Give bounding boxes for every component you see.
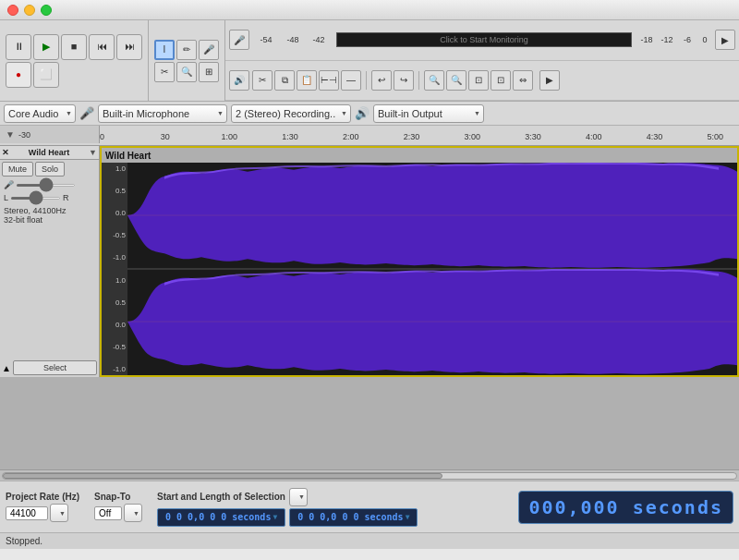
output-device-wrapper[interactable]: Built-in Output	[373, 104, 484, 123]
minimize-button[interactable]	[24, 5, 35, 16]
zoom-in-button[interactable]: 🔍	[424, 70, 444, 91]
track-info-line2: 32-bit float	[4, 215, 95, 225]
track-title-row: ✕ Wild Heart ▼	[2, 148, 97, 157]
record-button[interactable]: ●	[6, 62, 31, 88]
project-rate-value[interactable]: 44100	[6, 506, 48, 520]
zoom-toggle-button[interactable]: ⇔	[513, 70, 533, 91]
mic-tool-button[interactable]: 🎤	[199, 40, 219, 60]
play-speed-icon: ▶	[546, 75, 553, 85]
stop-button[interactable]: ■	[61, 34, 87, 60]
project-rate-section: Project Rate (Hz) 44100	[6, 492, 79, 522]
input-device-select[interactable]: Built-in Microphone	[98, 104, 227, 123]
output-device-select[interactable]: Built-in Output	[373, 104, 484, 123]
bottom-controls-row: Project Rate (Hz) 44100 Snap-To Off	[0, 481, 739, 532]
y-axis-labels: 1.0 0.5 0.0 -0.5 -1.0 1.0 0.5 0.0 -0.5 -…	[102, 163, 127, 375]
scissors-tool-button[interactable]: ✂	[154, 62, 175, 82]
silence-button[interactable]: —	[341, 70, 361, 91]
meter-scale-right: -18 -12 -6 0	[636, 35, 712, 44]
selection-length-display[interactable]: 0 0 0,0 0 0 seconds ▼	[289, 508, 418, 527]
channels-select[interactable]: 2 (Stereo) Recording...	[231, 104, 351, 123]
selection-start-display[interactable]: 0 0 0,0 0 0 seconds ▼	[157, 508, 285, 527]
trim-button[interactable]: ⊢⊣	[319, 70, 339, 91]
snap-to-label: Snap-To	[94, 492, 142, 502]
separator2	[418, 71, 419, 90]
expand-icon: ▶	[721, 35, 729, 45]
mic-icon: 🎤	[203, 44, 214, 55]
device-row: Core Audio 🎤 Built-in Microphone 2 (Ster…	[0, 102, 739, 126]
project-rate-dropdown[interactable]	[50, 504, 68, 522]
mute-button[interactable]: Mute	[2, 162, 33, 177]
select-button[interactable]: Select	[13, 360, 97, 375]
zoom-sel-button[interactable]: ⊡	[491, 70, 511, 91]
cut-button[interactable]: ✂	[252, 70, 273, 91]
time-display-value: 000,000 seconds	[528, 496, 723, 518]
zoom-icon: 🔍	[181, 67, 192, 77]
zoom-sel-icon: ⊡	[497, 75, 504, 85]
snap-to-select[interactable]	[124, 504, 142, 522]
copy-button[interactable]: ⧉	[274, 70, 295, 91]
ruler-marks-area[interactable]: 0301:001:302:002:303:003:304:004:305:00	[100, 126, 739, 143]
time-display-large: 000,000 seconds	[518, 491, 733, 524]
gain-slider-row: 🎤	[0, 178, 99, 191]
redo-button[interactable]: ↪	[394, 70, 414, 91]
audio-system-select[interactable]: Core Audio	[4, 104, 76, 123]
next-button[interactable]: ⏭	[116, 34, 142, 60]
undo-button[interactable]: ↩	[371, 70, 392, 91]
input-device-wrapper[interactable]: Built-in Microphone	[98, 104, 227, 123]
pause-button[interactable]: ⏸	[6, 34, 31, 60]
gain-slider[interactable]	[16, 184, 76, 187]
zoom-fit-button[interactable]: ⊡	[468, 70, 489, 91]
tools-row-2: ✂ 🔍 ⊞	[154, 62, 219, 82]
play-at-speed-button[interactable]: ▶	[539, 70, 560, 91]
waveform-title-bar: Wild Heart	[102, 148, 737, 163]
scrollbar-track[interactable]	[2, 472, 737, 480]
copy-icon: ⧉	[282, 75, 288, 86]
titlebar	[0, 0, 739, 20]
channels-wrapper[interactable]: 2 (Stereo) Recording...	[231, 104, 351, 123]
undo-icon: ↩	[378, 75, 385, 85]
zoom-tool-button[interactable]: 🔍	[176, 62, 197, 82]
right-expand-button[interactable]: ▶	[715, 30, 735, 50]
cursor-tool-button[interactable]: I	[154, 40, 175, 60]
track-menu-icon[interactable]: ▼	[89, 148, 97, 157]
traffic-lights[interactable]	[7, 5, 52, 16]
track-close-icon[interactable]: ✕	[2, 148, 9, 157]
pan-slider[interactable]	[10, 197, 61, 200]
zoom-out-button[interactable]: 🔍	[446, 70, 466, 91]
waveform-area[interactable]: Wild Heart 1.0 0.5 0.0 -0.5 -1.0 1.0 0.5…	[100, 146, 739, 377]
collapse-icon[interactable]: ▲	[2, 363, 11, 373]
bottom-toolbar: Project Rate (Hz) 44100 Snap-To Off	[0, 481, 739, 532]
tools-column: I ✏ 🎤 ✂ 🔍 ⊞	[149, 20, 225, 101]
pan-slider-row: L R	[0, 191, 99, 204]
click-to-monitor[interactable]: Click to Start Monitoring	[336, 32, 632, 47]
close-button[interactable]	[7, 5, 18, 16]
snap-to-dropdown[interactable]	[124, 504, 142, 522]
waveform-svg[interactable]	[127, 163, 737, 375]
pencil-tool-button[interactable]: ✏	[176, 40, 197, 60]
multi-tool-button[interactable]: ⊞	[199, 62, 219, 82]
play-button[interactable]: ▶	[33, 34, 59, 60]
speaker-meter-button[interactable]: 🔊	[229, 70, 249, 91]
meter-menu-button[interactable]: 🎤	[229, 30, 249, 50]
prev-button[interactable]: ⏮	[89, 34, 115, 60]
snap-to-value[interactable]: Off	[94, 506, 122, 520]
paste-button[interactable]: 📋	[297, 70, 317, 91]
cursor-icon: I	[164, 44, 166, 55]
scrollbar-thumb[interactable]	[3, 473, 442, 479]
speaker-device-icon: 🔊	[355, 106, 370, 120]
maximize-button[interactable]	[41, 5, 52, 16]
selection-type-select[interactable]	[289, 488, 308, 506]
timeline-ruler[interactable]: ▼ -30 0301:001:302:002:303:003:304:004:3…	[0, 126, 739, 146]
clip-button[interactable]: ⬜	[33, 62, 59, 88]
mic-meter-icon: 🎤	[234, 35, 245, 45]
selection-type-dropdown[interactable]	[289, 488, 308, 506]
snap-to-control: Off	[94, 504, 142, 522]
solo-button[interactable]: Solo	[35, 162, 65, 177]
tracks-area: ✕ Wild Heart ▼ Mute Solo 🎤 L R Stereo,	[0, 146, 739, 377]
audio-system-wrapper[interactable]: Core Audio	[4, 104, 76, 123]
separator	[366, 71, 367, 90]
project-rate-select[interactable]	[50, 504, 68, 522]
cut-icon: ✂	[259, 75, 266, 85]
mic-device-icon: 🎤	[79, 106, 94, 120]
scrollbar-area[interactable]	[0, 469, 739, 481]
